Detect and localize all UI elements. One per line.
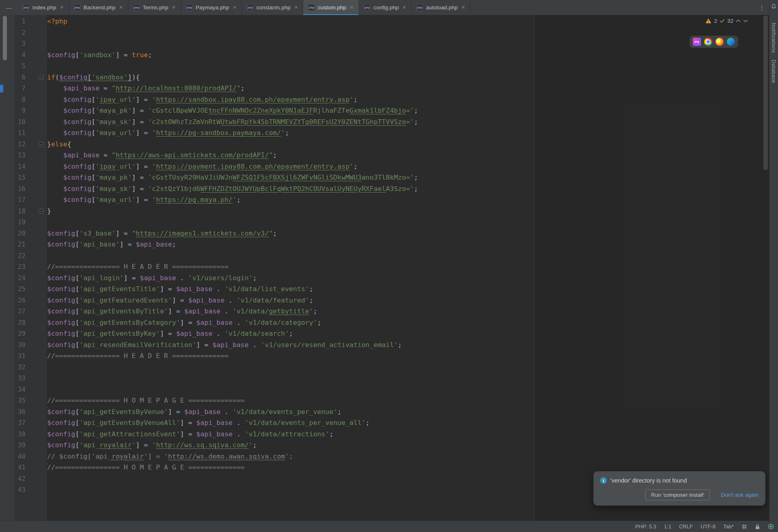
code-line-38[interactable]: $config['api_getAttractionsEvent'] = $ap… (47, 429, 769, 440)
tool-stripe-database[interactable]: Database (771, 60, 777, 83)
main-menu-icon[interactable]: — (0, 0, 18, 15)
gutter-line-18[interactable]: 18− (15, 206, 46, 217)
code-line-15[interactable]: $config['maya_pk'] = 'cGstTUsyR29HaVJiUW… (47, 172, 769, 183)
gutter-line-14[interactable]: 14 (15, 161, 46, 172)
tab-custom-php[interactable]: phpcustom.php✕ (303, 0, 359, 15)
gutter-line-42[interactable]: 42 (15, 473, 46, 485)
code-line-3[interactable] (47, 38, 769, 49)
code-line-10[interactable]: $config['maya_sk'] = 'c2stOWhzTzZmVnRtWU… (47, 116, 769, 128)
editor-gutter[interactable]: 123456−789101112−131415161718−1920212223… (15, 15, 47, 521)
gutter-line-24[interactable]: 24 (15, 272, 46, 284)
editor-scrollbar[interactable] (763, 16, 768, 170)
gutter-line-12[interactable]: 12− (15, 139, 46, 150)
code-line-12[interactable]: }else{ (47, 139, 769, 150)
gutter-line-25[interactable]: 25 (15, 283, 46, 295)
gutter-line-39[interactable]: 39 (15, 440, 46, 451)
gutter-line-34[interactable]: 34 (15, 384, 46, 395)
tab-close-icon[interactable]: ✕ (60, 5, 64, 10)
status-php-5-3[interactable]: PHP: 5.3 (635, 523, 656, 530)
gutter-line-9[interactable]: 9 (15, 105, 46, 116)
tab-autoload-php[interactable]: phpautoload.php✕ (412, 0, 470, 15)
code-line-8[interactable]: $config['ipay_url'] = 'https://sandbox.i… (47, 94, 769, 105)
code-line-5[interactable] (47, 60, 769, 72)
code-line-34[interactable] (47, 384, 769, 395)
code-line-23[interactable]: //================ H E A D E R =========… (47, 261, 769, 272)
tab-constants-php[interactable]: phpconstants.php✕ (242, 0, 303, 15)
code-line-29[interactable]: $config['api_getEventsByKey'] = $api_bas… (47, 328, 769, 339)
code-line-26[interactable]: $config['api_getFeaturedEvents'] = $api_… (47, 295, 769, 306)
gutter-line-28[interactable]: 28 (15, 317, 46, 328)
gutter-line-41[interactable]: 41 (15, 462, 46, 473)
gutter-line-31[interactable]: 31 (15, 350, 46, 362)
gutter-line-7[interactable]: 7 (15, 83, 46, 94)
code-line-25[interactable]: $config['api_getEventsTitle'] = $api_bas… (47, 283, 769, 295)
tab-close-icon[interactable]: ✕ (119, 5, 123, 10)
gutter-line-23[interactable]: 23 (15, 261, 46, 272)
code-line-19[interactable] (47, 217, 769, 228)
highlighting-level-icon[interactable] (741, 524, 747, 530)
code-line-28[interactable]: $config['api_getEventsByCategory'] = $ap… (47, 317, 769, 328)
tab-close-icon[interactable]: ✕ (172, 5, 176, 10)
tab-options-icon[interactable]: ⋮ (754, 0, 769, 15)
gutter-line-21[interactable]: 21 (15, 239, 46, 250)
code-line-35[interactable]: //================ H O M E P A G E =====… (47, 395, 769, 406)
tab-Paymaya-php[interactable]: phpPaymaya.php✕ (181, 0, 242, 15)
code-line-2[interactable] (47, 27, 769, 39)
gutter-line-36[interactable]: 36 (15, 406, 46, 418)
dont-ask-again-link[interactable]: Don't ask again (721, 492, 759, 498)
code-line-40[interactable]: // $config['api_royalair'] = 'http://ws.… (47, 451, 769, 462)
gutter-line-15[interactable]: 15 (15, 172, 46, 183)
gutter-line-30[interactable]: 30 (15, 339, 46, 351)
gutter-line-22[interactable]: 22 (15, 250, 46, 262)
gutter-line-2[interactable]: 2 (15, 27, 46, 39)
code-line-13[interactable]: $api_base = "https://aws-api.smtickets.c… (47, 150, 769, 161)
code-line-1[interactable]: <?php (47, 16, 769, 27)
code-line-20[interactable]: $config['s3_base'] = "https://images1.sm… (47, 228, 769, 239)
code-line-30[interactable]: $config['api_resendEmailVerification'] =… (47, 339, 769, 351)
code-line-22[interactable] (47, 250, 769, 262)
code-line-7[interactable]: $api_base = "http://localhost:8080/prodA… (47, 83, 769, 94)
code-line-9[interactable]: $config['maya_pk'] = 'cGstclBpeWVJOEtncF… (47, 105, 769, 116)
gutter-line-32[interactable]: 32 (15, 362, 46, 373)
tab-index-php[interactable]: phpindex.php✕ (18, 0, 69, 15)
code-line-32[interactable] (47, 362, 769, 373)
gutter-line-10[interactable]: 10 (15, 116, 46, 128)
firefox-icon[interactable] (716, 38, 724, 46)
code-line-14[interactable]: $config['ipay_url'] = 'https://payment.i… (47, 161, 769, 172)
code-line-39[interactable]: $config['api_royalair'] = 'http://ws.sq.… (47, 440, 769, 451)
inspection-widget[interactable]: 2 32 (705, 18, 748, 24)
tool-stripe-notifications[interactable]: Notifications (771, 23, 777, 53)
gutter-line-40[interactable]: 40 (15, 451, 46, 462)
tab-Terms-php[interactable]: phpTerms.php✕ (128, 0, 181, 15)
code-line-21[interactable]: $config['api_base'] = $api_base; (47, 239, 769, 250)
gutter-line-26[interactable]: 26 (15, 295, 46, 306)
code-line-11[interactable]: $config['maya_url'] = 'https://pg-sandbo… (47, 127, 769, 139)
gutter-line-1[interactable]: 1 (15, 16, 46, 27)
tab-close-icon[interactable]: ✕ (350, 5, 353, 10)
edge-icon[interactable] (727, 38, 735, 46)
phpstorm-icon[interactable]: PS (693, 38, 701, 46)
gutter-line-13[interactable]: 13 (15, 150, 46, 161)
gutter-line-11[interactable]: 11 (15, 127, 46, 139)
gutter-line-17[interactable]: 17 (15, 194, 46, 206)
code-line-17[interactable]: $config['maya_url'] = 'https://pg.maya.p… (47, 194, 769, 206)
gutter-line-4[interactable]: 4 (15, 49, 46, 61)
tab-close-icon[interactable]: ✕ (233, 5, 237, 10)
gutter-line-3[interactable]: 3 (15, 38, 46, 49)
gutter-line-35[interactable]: 35 (15, 395, 46, 406)
gutter-line-5[interactable]: 5 (15, 60, 46, 72)
read-only-lock-icon[interactable] (755, 524, 760, 530)
gutter-line-20[interactable]: 20 (15, 228, 46, 239)
left-stripe-scroll-thumb[interactable] (3, 16, 7, 60)
gutter-line-27[interactable]: 27 (15, 306, 46, 317)
tab-close-icon[interactable]: ✕ (402, 5, 406, 10)
status-tab-[interactable]: Tab* (723, 523, 734, 530)
run-composer-install-button[interactable]: Run 'composer install' (645, 489, 710, 500)
next-issue-icon[interactable] (743, 19, 748, 22)
tab-close-icon[interactable]: ✕ (294, 5, 298, 10)
status-crlf[interactable]: CRLF (679, 523, 693, 530)
status-1-1[interactable]: 1:1 (664, 523, 671, 530)
code-line-24[interactable]: $config['api_login'] = $api_base . 'v1/u… (47, 272, 769, 284)
tab-config-php[interactable]: phpconfig.php✕ (359, 0, 412, 15)
fold-marker-icon[interactable]: − (39, 142, 43, 147)
